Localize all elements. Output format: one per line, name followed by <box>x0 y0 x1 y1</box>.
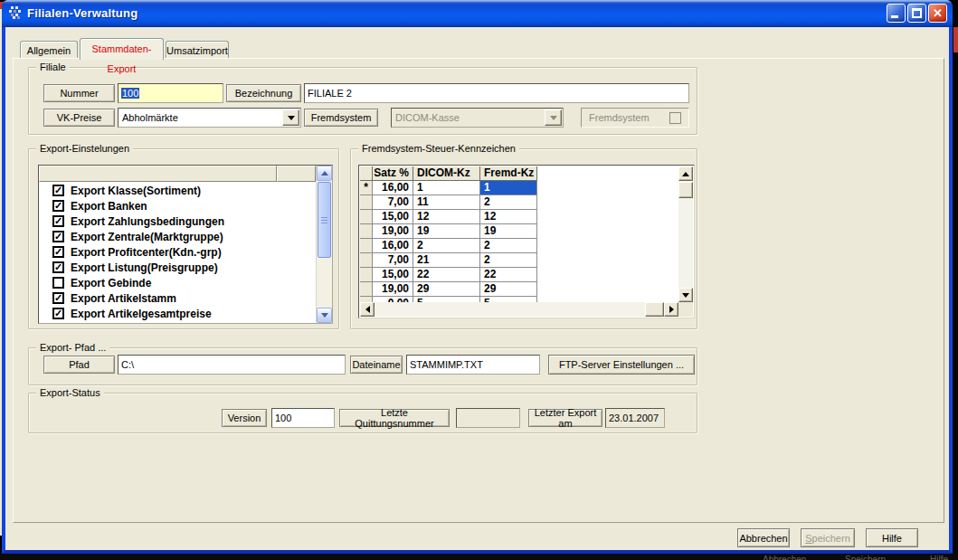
quittungsnummer-input <box>456 408 520 428</box>
tax-grid-cell[interactable]: 11 <box>413 195 480 210</box>
checkbox-checked-icon[interactable]: ✓ <box>52 215 64 227</box>
ftp-server-einstellungen-button[interactable]: FTP-Server Einstellungen ... <box>548 355 695 375</box>
row-selector-cell[interactable] <box>360 210 373 224</box>
checkbox-checked-icon[interactable]: ✓ <box>52 185 64 196</box>
checkbox-checked-icon[interactable]: ✓ <box>52 246 64 258</box>
tax-grid-cell[interactable]: 2 <box>480 253 537 268</box>
tax-grid-cell[interactable]: 12 <box>413 210 480 224</box>
grid-scroll-up-button[interactable] <box>678 166 693 181</box>
vk-preise-combobox[interactable]: Abholmärkte <box>118 108 301 128</box>
tax-grid-cell[interactable]: 29 <box>480 282 537 297</box>
tax-grid-cell[interactable]: 7,00 <box>373 253 413 268</box>
tax-grid-cell[interactable]: 19 <box>480 224 537 239</box>
row-selector-cell[interactable] <box>360 282 373 297</box>
pfad-button[interactable]: Pfad <box>43 356 115 374</box>
export-setting-item[interactable]: ✓Export Zahlungsbedingungen <box>39 214 316 229</box>
tax-grid-cell[interactable]: 2 <box>480 195 537 210</box>
tab-stammdaten-export[interactable]: Stammdaten-Export <box>80 38 164 60</box>
tax-grid-rows: Satz % DICOM-Kz Fremd-Kz *16,00117,00112… <box>360 166 678 302</box>
tax-grid-cell[interactable]: 16,00 <box>373 181 413 195</box>
abbrechen-button[interactable]: Abbrechen <box>737 528 790 547</box>
tax-grid-cell[interactable]: 15,00 <box>373 210 413 224</box>
grid-horizontal-scrollbar[interactable] <box>360 302 678 317</box>
checkbox-checked-icon[interactable]: ✓ <box>52 308 64 319</box>
grid-scroll-down-button[interactable] <box>678 288 693 302</box>
tax-grid-cell[interactable]: 19,00 <box>373 224 413 239</box>
tax-grid-cell[interactable]: 7,00 <box>373 195 413 210</box>
vk-preise-button[interactable]: VK-Preise <box>43 109 115 127</box>
export-setting-item[interactable]: ✓Export Klasse(Sortiment) <box>39 183 316 198</box>
tax-grid-cell[interactable]: 15,00 <box>373 268 413 282</box>
tax-grid-cell[interactable]: 29 <box>413 282 480 297</box>
grid-vertical-scrollbar[interactable] <box>678 166 693 302</box>
grid-scroll-left-button[interactable] <box>360 302 375 317</box>
filiale-group-legend: Filiale <box>36 61 70 73</box>
tax-grid-cell[interactable]: 16,00 <box>373 239 413 253</box>
checkbox-checked-icon[interactable]: ✓ <box>52 292 64 304</box>
tax-grid-cell[interactable]: 22 <box>413 268 480 282</box>
scrollbar-thumb[interactable] <box>318 182 331 258</box>
tax-grid-cell[interactable]: 22 <box>480 268 537 282</box>
dateiname-input[interactable]: STAMMIMP.TXT <box>406 355 540 375</box>
export-setting-item[interactable]: ✓Export Artikelgesamtpreise <box>39 306 316 321</box>
export-setting-item[interactable]: ✓Export Profitcenter(Kdn.-grp) <box>39 244 316 260</box>
grid-scroll-right-button[interactable] <box>664 302 678 317</box>
export-setting-item[interactable]: ✓Export Artikelstamm <box>39 290 316 306</box>
filialen-verwaltung-window: Filialen-Verwaltung ✕ Allgemein Stammdat… <box>2 0 953 554</box>
speichern-button: Speichern <box>801 528 855 547</box>
tax-grid-cell[interactable]: 2 <box>480 239 537 253</box>
scroll-up-button[interactable] <box>317 166 332 181</box>
close-button[interactable]: ✕ <box>928 4 947 23</box>
row-selector-cell[interactable] <box>360 195 373 210</box>
export-pfad-legend: Export- Pfad ... <box>36 341 109 354</box>
scroll-down-button[interactable] <box>317 308 332 323</box>
export-setting-item[interactable]: ✓Export Listung(Preisgruppe) <box>39 260 316 275</box>
row-selector-cell[interactable]: * <box>360 181 373 195</box>
titlebar[interactable]: Filialen-Verwaltung ✕ <box>2 0 953 27</box>
tax-grid-cell[interactable]: 1 <box>413 181 480 195</box>
tab-umsatzimport[interactable]: Umsatzimport <box>166 41 229 59</box>
tax-grid-cell[interactable]: 19,00 <box>373 282 413 297</box>
checkbox-unchecked-icon[interactable] <box>52 277 64 289</box>
nummer-input[interactable]: 100 <box>118 83 223 103</box>
export-setting-label: Export Artikelgesamtpreise <box>71 308 212 320</box>
grid-vscroll-thumb[interactable] <box>678 182 693 198</box>
letzter-export-input: 23.01.2007 <box>605 408 665 428</box>
ghost-abbrechen-label: Abbrechen <box>763 555 806 560</box>
hilfe-button[interactable]: Hilfe <box>866 528 918 547</box>
checkbox-checked-icon[interactable]: ✓ <box>52 231 64 242</box>
arrow-down-icon <box>321 313 328 318</box>
checkbox-checked-icon[interactable]: ✓ <box>52 200 64 212</box>
tax-grid-cell[interactable]: 19 <box>413 224 480 239</box>
tab-allgemein[interactable]: Allgemein <box>20 41 78 59</box>
row-selector-cell[interactable] <box>360 239 373 253</box>
bezeichnung-input[interactable]: FILIALE 2 <box>304 83 689 103</box>
version-input[interactable]: 100 <box>271 408 335 428</box>
grid-hscroll-thumb[interactable] <box>645 302 664 317</box>
nummer-button[interactable]: Nummer <box>43 84 115 102</box>
row-selector-cell[interactable] <box>360 253 373 268</box>
grid-filler <box>537 195 678 210</box>
bezeichnung-button[interactable]: Bezeichnung <box>226 84 301 102</box>
row-selector-cell[interactable] <box>360 268 373 282</box>
pfad-input[interactable]: C:\ <box>118 355 346 375</box>
column-header-dicom-kz: DICOM-Kz <box>413 166 480 181</box>
steuer-kennzeichen-legend: Fremdsystem-Steuer-Kennzeichen <box>358 142 519 155</box>
minimize-button[interactable] <box>887 4 906 23</box>
tax-grid-cell[interactable]: 1 <box>480 181 537 195</box>
row-selector-cell[interactable] <box>360 224 373 239</box>
export-setting-label: Export Zahlungsbedingungen <box>71 215 224 228</box>
export-setting-item[interactable]: ✓Export Banken <box>39 198 316 214</box>
checkbox-checked-icon[interactable]: ✓ <box>52 261 64 273</box>
list-vertical-scrollbar[interactable] <box>316 166 332 323</box>
tax-grid-cell[interactable]: 21 <box>413 253 480 268</box>
list-header-cell <box>39 166 277 182</box>
column-header-fremd-kz: Fremd-Kz <box>480 166 537 181</box>
tax-grid-cell[interactable]: 2 <box>413 239 480 253</box>
export-setting-item[interactable]: Export Gebinde <box>39 275 316 290</box>
maximize-button[interactable] <box>907 4 926 23</box>
export-setting-item[interactable]: ✓Export Zentrale(Marktgruppe) <box>39 229 316 244</box>
vk-preise-dropdown-button[interactable] <box>282 109 299 126</box>
export-setting-label: Export Zentrale(Marktgruppe) <box>71 231 223 243</box>
tax-grid-cell[interactable]: 12 <box>480 210 537 224</box>
